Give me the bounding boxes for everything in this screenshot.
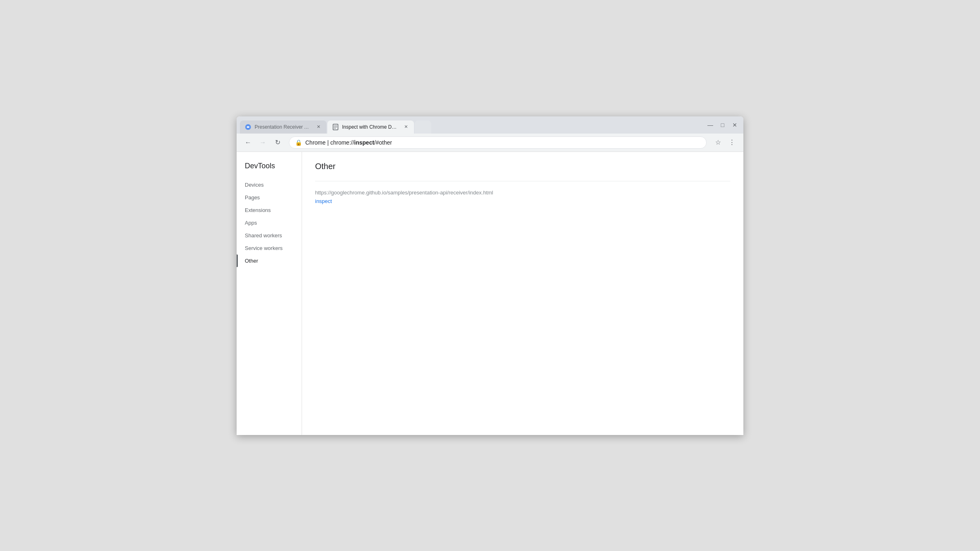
tab-presentation-receiver[interactable]: Presentation Receiver A… ✕	[240, 120, 327, 134]
browser-window: Presentation Receiver A… ✕ Inspect with …	[237, 116, 743, 435]
main-content: Other https://googlechrome.github.io/sam…	[302, 152, 743, 435]
address-text: Chrome | chrome://inspect/#other	[305, 139, 700, 146]
forward-button[interactable]: →	[256, 136, 269, 149]
maximize-button[interactable]: □	[717, 120, 728, 130]
section-divider	[315, 181, 730, 181]
new-tab-placeholder	[415, 120, 431, 134]
target-entry: https://googlechrome.github.io/samples/p…	[315, 190, 730, 205]
target-url: https://googlechrome.github.io/samples/p…	[315, 190, 730, 196]
window-controls: — □ ✕	[705, 120, 740, 134]
sidebar-nav: Devices Pages Extensions Apps Shared wor…	[237, 178, 302, 267]
page-title: Other	[315, 162, 730, 171]
address-suffix: /#other	[374, 139, 392, 146]
sidebar-title: DevTools	[237, 162, 302, 178]
back-button[interactable]: ←	[242, 136, 255, 149]
address-bar[interactable]: 🔒 Chrome | chrome://inspect/#other	[289, 136, 707, 149]
sidebar-item-extensions[interactable]: Extensions	[237, 204, 302, 216]
menu-button[interactable]: ⋮	[725, 136, 738, 149]
tab-inspect-devtools[interactable]: Inspect with Chrome Dev… ✕	[327, 120, 414, 134]
chrome-label: Chrome	[305, 139, 326, 146]
toolbar: ← → ↻ 🔒 Chrome | chrome://inspect/#other…	[237, 134, 743, 152]
sidebar: DevTools Devices Pages Extensions Apps S…	[237, 152, 302, 435]
address-prefix: chrome://	[330, 139, 354, 146]
close-button[interactable]: ✕	[729, 120, 740, 130]
tab2-close[interactable]: ✕	[403, 124, 409, 130]
page-content: DevTools Devices Pages Extensions Apps S…	[237, 152, 743, 435]
minimize-button[interactable]: —	[705, 120, 716, 130]
tab1-title: Presentation Receiver A…	[255, 124, 312, 130]
sidebar-item-other[interactable]: Other	[237, 254, 302, 267]
tab2-title: Inspect with Chrome Dev…	[342, 124, 399, 130]
document-icon	[332, 124, 339, 130]
security-icon: 🔒	[295, 139, 302, 146]
title-bar: Presentation Receiver A… ✕ Inspect with …	[237, 116, 743, 134]
bookmark-button[interactable]: ☆	[712, 136, 725, 149]
sidebar-item-pages[interactable]: Pages	[237, 191, 302, 204]
tab1-close[interactable]: ✕	[315, 124, 322, 130]
sidebar-item-service-workers[interactable]: Service workers	[237, 242, 302, 254]
sidebar-item-shared-workers[interactable]: Shared workers	[237, 229, 302, 242]
address-bold: inspect	[354, 139, 374, 146]
inspect-link[interactable]: inspect	[315, 198, 332, 204]
toolbar-actions: ☆ ⋮	[712, 136, 738, 149]
sidebar-item-apps[interactable]: Apps	[237, 216, 302, 229]
refresh-button[interactable]: ↻	[271, 136, 284, 149]
puzzle-icon	[245, 124, 251, 130]
sidebar-item-devices[interactable]: Devices	[237, 178, 302, 191]
